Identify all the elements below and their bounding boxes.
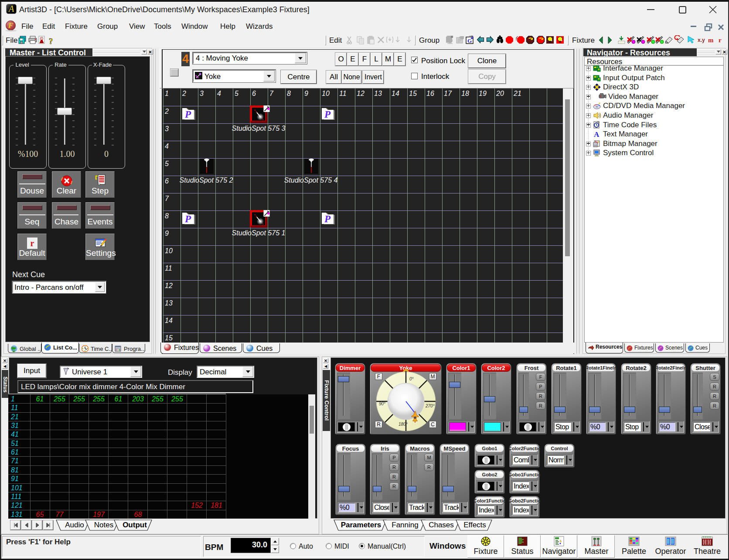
- svg-text:180°: 180°: [399, 422, 408, 427]
- svg-text:?: ?: [49, 37, 53, 46]
- svg-text:P: P: [184, 109, 191, 120]
- svg-text:x.y: x.y: [698, 37, 705, 43]
- svg-text:P: P: [324, 214, 331, 224]
- svg-text:270°: 270°: [425, 404, 435, 408]
- svg-text:r: r: [719, 37, 722, 44]
- svg-text:0°: 0°: [409, 377, 414, 381]
- svg-text:A: A: [594, 130, 600, 138]
- svg-text:90°: 90°: [379, 401, 385, 406]
- svg-text:m: m: [708, 37, 714, 44]
- svg-text:P: P: [184, 214, 191, 224]
- svg-text:P: P: [324, 109, 331, 120]
